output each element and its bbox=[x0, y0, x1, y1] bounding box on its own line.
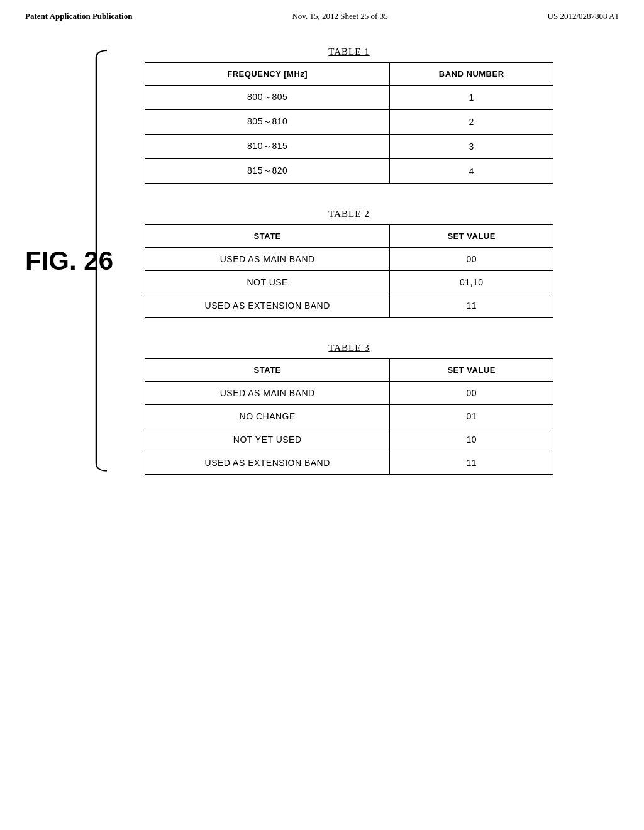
table2-section: TABLE 2 STATE SET VALUE USED AS MAIN BAN… bbox=[145, 209, 553, 318]
table-cell: 00 bbox=[390, 248, 553, 271]
table2-col-state: STATE bbox=[145, 225, 390, 248]
table-cell: 11 bbox=[390, 451, 553, 475]
table-row: 800～8051 bbox=[145, 86, 553, 110]
table-cell: 00 bbox=[390, 382, 553, 405]
table-cell: USED AS EXTENSION BAND bbox=[145, 451, 390, 475]
table-row: USED AS EXTENSION BAND11 bbox=[145, 451, 553, 475]
table-cell: 1 bbox=[390, 86, 553, 110]
table1-col-freq: FREQUENCY [MHz] bbox=[145, 63, 390, 86]
table-cell: 805～810 bbox=[145, 110, 390, 135]
table-cell: NOT YET USED bbox=[145, 428, 390, 451]
table3-header-row: STATE SET VALUE bbox=[145, 359, 553, 382]
table-cell: 815～820 bbox=[145, 159, 390, 184]
table-cell: USED AS MAIN BAND bbox=[145, 382, 390, 405]
header-left: Patent Application Publication bbox=[25, 11, 132, 21]
table-cell: 800～805 bbox=[145, 86, 390, 110]
table-cell: 3 bbox=[390, 135, 553, 159]
table-cell: NO CHANGE bbox=[145, 405, 390, 428]
table1-title: TABLE 1 bbox=[328, 47, 369, 57]
table2-col-value: SET VALUE bbox=[390, 225, 553, 248]
main-content: FIG. 26 TABLE 1 FREQUENCY [MHz] BAND NUM… bbox=[0, 28, 644, 494]
table-row: 805～8102 bbox=[145, 110, 553, 135]
table3-section: TABLE 3 STATE SET VALUE USED AS MAIN BAN… bbox=[145, 343, 553, 475]
table-cell: 810～815 bbox=[145, 135, 390, 159]
table3-title: TABLE 3 bbox=[328, 343, 369, 353]
bracket bbox=[91, 47, 110, 475]
table-cell: 2 bbox=[390, 110, 553, 135]
table2: STATE SET VALUE USED AS MAIN BAND00NOT U… bbox=[145, 224, 553, 318]
header-right: US 2012/0287808 A1 bbox=[548, 11, 619, 21]
table1: FREQUENCY [MHz] BAND NUMBER 800～8051805～… bbox=[145, 62, 553, 184]
table3: STATE SET VALUE USED AS MAIN BAND00NO CH… bbox=[145, 358, 553, 475]
table1-header-row: FREQUENCY [MHz] BAND NUMBER bbox=[145, 63, 553, 86]
table-row: 815～8204 bbox=[145, 159, 553, 184]
table-row: 810～8153 bbox=[145, 135, 553, 159]
tables-container: TABLE 1 FREQUENCY [MHz] BAND NUMBER 800～… bbox=[145, 47, 553, 475]
table2-title: TABLE 2 bbox=[328, 209, 369, 219]
table1-section: TABLE 1 FREQUENCY [MHz] BAND NUMBER 800～… bbox=[145, 47, 553, 184]
table-row: USED AS EXTENSION BAND11 bbox=[145, 294, 553, 318]
table-cell: 11 bbox=[390, 294, 553, 318]
table-cell: 01 bbox=[390, 405, 553, 428]
table-row: NOT YET USED10 bbox=[145, 428, 553, 451]
table3-col-value: SET VALUE bbox=[390, 359, 553, 382]
header-center: Nov. 15, 2012 Sheet 25 of 35 bbox=[292, 11, 387, 21]
table-row: NO CHANGE01 bbox=[145, 405, 553, 428]
table-row: USED AS MAIN BAND00 bbox=[145, 382, 553, 405]
table3-col-state: STATE bbox=[145, 359, 390, 382]
table-cell: 01,10 bbox=[390, 271, 553, 294]
table2-header-row: STATE SET VALUE bbox=[145, 225, 553, 248]
table1-col-band: BAND NUMBER bbox=[390, 63, 553, 86]
table-cell: NOT USE bbox=[145, 271, 390, 294]
table-cell: 10 bbox=[390, 428, 553, 451]
table-row: NOT USE01,10 bbox=[145, 271, 553, 294]
table-cell: USED AS EXTENSION BAND bbox=[145, 294, 390, 318]
table-cell: USED AS MAIN BAND bbox=[145, 248, 390, 271]
table-cell: 4 bbox=[390, 159, 553, 184]
page-header: Patent Application Publication Nov. 15, … bbox=[0, 0, 644, 28]
table-row: USED AS MAIN BAND00 bbox=[145, 248, 553, 271]
